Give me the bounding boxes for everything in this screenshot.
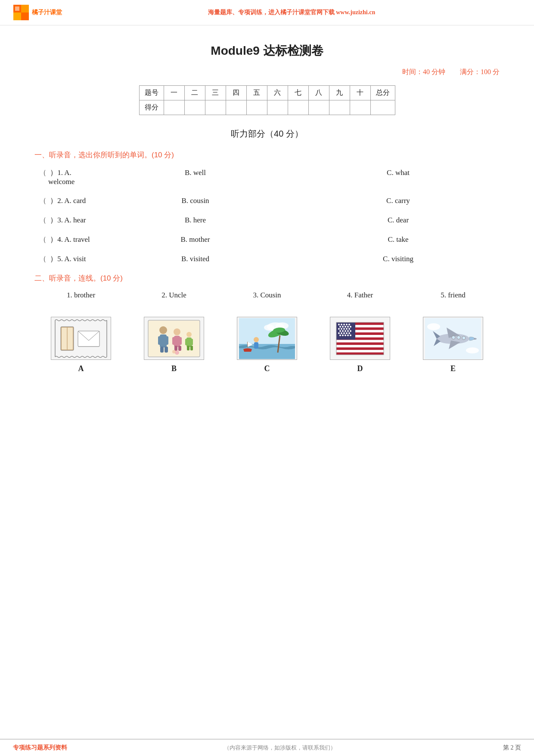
- image-item-e: E: [423, 317, 483, 373]
- svg-point-81: [345, 334, 346, 336]
- svg-rect-21: [172, 337, 175, 345]
- image-c-svg: [239, 318, 295, 359]
- mcq-item-4: （ ）4. A. travel B. mother C. take: [34, 234, 500, 244]
- col-header-6: 六: [267, 86, 288, 100]
- col-header-2: 二: [184, 86, 205, 100]
- score-row-label: 得分: [139, 100, 164, 115]
- svg-point-77: [346, 332, 348, 334]
- image-b: [144, 317, 204, 360]
- svg-point-82: [347, 334, 349, 336]
- col-header-10: 十: [350, 86, 370, 100]
- bracket-2: （: [34, 196, 47, 206]
- logo: 橘子汁课堂: [13, 4, 62, 21]
- footer-center-text: （内容来源于网络，如涉版权，请联系我们）: [73, 744, 487, 752]
- svg-rect-22: [179, 337, 182, 345]
- q3-label: ）3. A. hear: [47, 215, 94, 225]
- col-header-9: 九: [329, 86, 350, 100]
- q3-c: C. dear: [297, 216, 500, 225]
- footer-right-text: 第 2 页: [487, 744, 521, 752]
- q4-b: B. mother: [94, 235, 297, 244]
- svg-point-32: [172, 350, 176, 353]
- score-cell-8: [308, 100, 329, 115]
- bracket-4: （: [34, 234, 47, 244]
- score-cell-1: [164, 100, 184, 115]
- score-cell-4: [226, 100, 246, 115]
- match-word-3: 3. Cousin: [220, 291, 314, 300]
- svg-point-58: [348, 324, 350, 325]
- score-cell-10: [350, 100, 370, 115]
- q2-c: C. carry: [297, 197, 500, 205]
- mcq-item-3: （ ）3. A. hear B. here C. dear: [34, 215, 500, 225]
- svg-rect-51: [336, 345, 384, 347]
- image-label-e: E: [450, 364, 456, 373]
- col-header-3: 三: [205, 86, 226, 100]
- svg-point-60: [342, 326, 344, 328]
- svg-point-87: [466, 347, 479, 353]
- table-header-row: 题号 一 二 三 四 五 六 七 八 九 十 总分: [139, 86, 395, 100]
- score-cell-7: [288, 100, 308, 115]
- svg-point-69: [339, 330, 341, 332]
- svg-rect-10: [78, 331, 99, 347]
- image-d-svg: [332, 318, 388, 359]
- svg-rect-27: [185, 339, 188, 345]
- svg-point-80: [342, 334, 344, 336]
- score-table-wrapper: 题号 一 二 三 四 五 六 七 八 九 十 总分 得分: [34, 85, 500, 115]
- col-header-7: 七: [288, 86, 308, 100]
- svg-point-74: [338, 332, 340, 334]
- mcq-item-1: （ ）1. A. welcome B. well C. what: [34, 168, 500, 186]
- svg-point-71: [345, 330, 346, 332]
- q5-c: C. visiting: [297, 255, 500, 263]
- match-word-4: 4. Father: [314, 291, 407, 300]
- svg-point-75: [341, 332, 342, 334]
- bracket-1: （: [34, 168, 47, 178]
- mcq-list: （ ）1. A. welcome B. well C. what （ ）2. A…: [34, 168, 500, 264]
- svg-rect-50: [336, 340, 384, 342]
- svg-point-59: [339, 326, 341, 328]
- svg-point-57: [346, 324, 348, 325]
- svg-point-13: [159, 326, 167, 334]
- score-row: 得分: [139, 100, 395, 115]
- score-cell-total: [370, 100, 395, 115]
- image-e-svg: [425, 318, 481, 359]
- svg-point-38: [254, 337, 259, 342]
- mcq-item-2: （ ）2. A. card B. cousin C. carry: [34, 196, 500, 206]
- time-info: 时间：40 分钟 满分：100 分: [34, 68, 500, 77]
- match-word-2: 2. Uncle: [127, 291, 220, 300]
- svg-rect-17: [160, 347, 164, 353]
- image-a: [51, 317, 111, 360]
- svg-rect-15: [158, 336, 161, 345]
- image-d: [330, 317, 390, 360]
- section2-title: 二、听录音，连线。(10 分): [34, 273, 500, 283]
- svg-rect-28: [190, 339, 193, 345]
- svg-rect-30: [190, 346, 193, 350]
- page-content: Module9 达标检测卷 时间：40 分钟 满分：100 分 题号 一 二 三…: [0, 25, 534, 412]
- col-header-0: 题号: [139, 86, 164, 100]
- score-cell-5: [246, 100, 267, 115]
- svg-rect-4: [15, 6, 19, 11]
- q4-c: C. take: [297, 235, 500, 244]
- image-c: [237, 317, 297, 360]
- matching-words: 1. brother 2. Uncle 3. Cousin 4. Father …: [34, 291, 500, 300]
- svg-point-56: [343, 324, 345, 325]
- q1-label: ）1. A. welcome: [47, 168, 94, 186]
- q5-label: ）5. A. visit: [47, 254, 94, 264]
- q1-b: B. well: [94, 169, 297, 177]
- image-label-c: C: [264, 364, 270, 373]
- svg-rect-16: [165, 336, 168, 345]
- header: 橘子汁课堂 海量题库、专项训练，进入橘子汁课堂官网下载 www.juzizhi.…: [0, 0, 534, 25]
- svg-point-19: [174, 328, 180, 335]
- col-header-8: 八: [308, 86, 329, 100]
- svg-point-63: [350, 326, 351, 328]
- svg-rect-24: [178, 346, 181, 351]
- score-cell-9: [329, 100, 350, 115]
- svg-point-78: [348, 332, 350, 334]
- match-word-1: 1. brother: [34, 291, 127, 300]
- svg-point-83: [350, 334, 351, 336]
- mcq-item-5: （ ）5. A. visit B. visited C. visiting: [34, 254, 500, 264]
- time-label: 时间：40 分钟: [402, 68, 445, 75]
- svg-point-72: [347, 330, 349, 332]
- image-item-d: D: [330, 317, 390, 373]
- svg-point-90: [457, 336, 460, 339]
- bracket-5: （: [34, 254, 47, 264]
- section1-title: 一、听录音，选出你所听到的单词。(10 分): [34, 150, 500, 160]
